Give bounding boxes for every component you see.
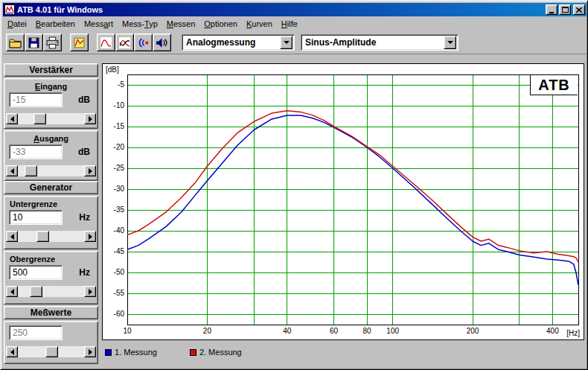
title-bar[interactable]: ATB 4.01 für Windows [3,3,587,16]
signal-combo[interactable]: Sinus-Amplitude [301,34,458,51]
scroll-right-button[interactable] [84,286,96,297]
frequency-response-chart: -5-10-15-20-25-30-35-40-45-50-55-6010204… [103,64,584,339]
svg-text:-45: -45 [114,247,125,255]
svg-text:-30: -30 [114,185,125,193]
messwerte-header-label: Meßwerte [31,307,71,318]
untergrenze-input[interactable] [9,210,63,225]
ausgang-label: Ausgang [4,134,98,143]
scrollbar-track[interactable] [18,231,84,242]
scrollbar-thumb[interactable] [45,346,58,357]
generator-header: Generator [4,181,98,194]
untergrenze-unit: Hz [79,212,90,223]
menu-item-hilfe[interactable]: Hilfe [277,18,302,30]
eingang-input[interactable] [9,92,63,107]
maximize-button[interactable] [559,4,571,15]
chevron-down-icon [447,41,453,44]
arrow-left-icon [10,349,14,355]
menu-item-kurven[interactable]: Kurven [242,18,277,30]
svg-text:100: 100 [386,327,399,335]
magnitude-button[interactable] [97,34,115,51]
maximize-icon [562,7,569,13]
menu-item-messen[interactable]: Messen [162,18,200,30]
chevron-down-icon [284,41,290,44]
combo-dropdown-button[interactable] [280,36,293,49]
obergrenze-scrollbar[interactable] [6,286,96,297]
ausgang-scrollbar[interactable] [6,165,96,176]
measurement-combo[interactable]: Analogmessung [182,34,295,51]
arrow-left-icon [10,234,14,240]
atb-logo: ATB [530,75,578,95]
scrollbar-thumb[interactable] [30,286,42,297]
menu-item-messart[interactable]: Messart [80,18,118,30]
scrollbar-thumb[interactable] [25,165,37,176]
eingang-label: Eingang [4,82,98,91]
messwerte-group [4,321,98,364]
combo-dropdown-button[interactable] [444,36,456,49]
eingang-unit: dB [78,95,90,105]
signal-combo-value: Sinus-Amplitude [305,37,376,48]
speaker-button[interactable] [153,34,171,51]
eingang-scrollbar[interactable] [6,113,96,124]
signal-test-button[interactable] [134,34,153,51]
ausgang-input[interactable] [9,144,63,159]
scroll-right-button[interactable] [84,231,96,242]
app-window: ATB 4.01 für Windows DateiBearbeitenMess… [0,0,588,370]
obergrenze-input[interactable] [9,265,63,280]
menu-item-messtyp[interactable]: Mess-Typ [118,18,162,30]
scrollbar-thumb[interactable] [33,113,46,124]
signal-wave-icon [137,36,150,49]
menu-item-datei[interactable]: Datei [3,18,31,30]
arrow-right-icon [89,349,92,355]
printer-icon [46,36,59,49]
legend-item-messung-2: 2. Messung [190,348,242,357]
y-axis-unit-label: [dB] [106,66,119,74]
messwerte-header: Meßwerte [4,306,98,319]
generator-header-label: Generator [30,182,72,193]
legend-label: 1. Messung [115,348,157,357]
scrollbar-track[interactable] [18,113,84,124]
arrow-left-icon [10,289,14,295]
scrollbar-track[interactable] [18,346,84,357]
impedance-curve-icon [118,36,131,49]
scroll-left-button[interactable] [6,231,18,242]
close-button[interactable] [573,4,585,15]
print-button[interactable] [43,34,62,51]
verstaerker-header: Verstärker [4,63,98,77]
svg-text:60: 60 [330,327,339,335]
svg-text:-40: -40 [114,226,125,235]
messwerte-scrollbar[interactable] [6,346,96,357]
svg-text:-60: -60 [114,310,125,318]
scroll-right-button[interactable] [84,346,96,357]
scroll-left-button[interactable] [6,113,18,124]
menu-item-optionen[interactable]: Optionen [199,18,242,30]
speaker-icon [156,36,168,49]
eingang-group: Eingang dB [4,78,98,129]
arrow-right-icon [89,168,92,174]
scroll-right-button[interactable] [84,165,96,176]
verstaerker-header-label: Verstärker [29,65,73,75]
scroll-left-button[interactable] [6,286,18,297]
measurement-combo-value: Analogmessung [186,37,255,48]
minimize-icon [549,12,554,13]
app-icon [4,4,15,15]
scroll-right-button[interactable] [84,113,96,124]
untergrenze-scrollbar[interactable] [6,231,96,242]
export-button[interactable] [70,34,89,51]
scroll-left-button[interactable] [6,346,18,357]
untergrenze-group: Untergrenze Hz [4,196,98,249]
arrow-right-icon [89,234,92,240]
open-button[interactable] [6,34,25,51]
save-button[interactable] [25,34,43,51]
scrollbar-thumb[interactable] [36,231,49,242]
scroll-left-button[interactable] [6,165,18,176]
menu-item-bearbeiten[interactable]: Bearbeiten [31,18,80,30]
scrollbar-track[interactable] [18,286,84,297]
messwerte-input[interactable] [9,325,63,340]
scrollbar-track[interactable] [18,165,84,176]
svg-text:80: 80 [363,327,372,335]
minimize-button[interactable] [546,4,557,15]
obergrenze-unit: Hz [79,267,90,278]
svg-text:-25: -25 [114,164,125,172]
legend-item-messung-1: 1. Messung [105,348,157,357]
impedance-button[interactable] [115,34,134,51]
